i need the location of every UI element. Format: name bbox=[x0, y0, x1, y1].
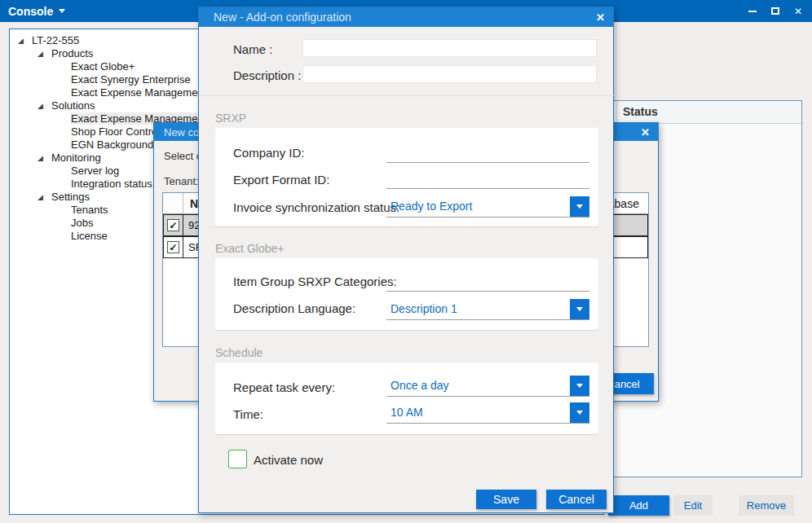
column-separator bbox=[616, 101, 617, 123]
item-group-input[interactable] bbox=[386, 272, 589, 292]
description-language-dropdown[interactable]: Description 1 bbox=[386, 299, 589, 320]
activate-now-label: Activate now bbox=[254, 453, 323, 467]
close-icon[interactable]: ✕ bbox=[588, 11, 613, 24]
section-divider bbox=[200, 95, 614, 96]
minimize-button[interactable] bbox=[744, 2, 761, 20]
repeat-task-value: Once a day bbox=[391, 379, 449, 392]
addon-dialog-title: New - Add-on configuration bbox=[214, 11, 351, 24]
name-label: Name : bbox=[233, 42, 272, 56]
description-language-value: Description 1 bbox=[391, 302, 457, 315]
chevron-down-icon bbox=[576, 307, 583, 311]
description-label: Description : bbox=[233, 68, 301, 82]
close-button[interactable]: ✕ bbox=[789, 2, 807, 20]
minimize-icon bbox=[748, 11, 757, 12]
name-input[interactable] bbox=[302, 39, 597, 57]
tenant-label: Tenant: bbox=[164, 175, 199, 187]
export-format-id-label: Export Format ID: bbox=[233, 173, 329, 187]
invoice-status-value: Ready to Export bbox=[391, 200, 472, 213]
window-title: Console bbox=[8, 5, 53, 18]
window-controls: ✕ bbox=[744, 2, 812, 20]
description-input[interactable] bbox=[302, 65, 597, 83]
chevron-down-icon bbox=[576, 411, 583, 415]
tree-expanded-icon[interactable]: ◢ bbox=[38, 99, 51, 112]
row-checkbox[interactable]: ✓ bbox=[167, 241, 179, 253]
chevron-down-icon bbox=[59, 9, 65, 13]
srxp-section-card: Company ID: Export Format ID: Invoice sy… bbox=[215, 128, 598, 226]
status-column-header[interactable]: Status bbox=[623, 105, 658, 118]
dropdown-button[interactable] bbox=[570, 376, 589, 396]
column-separator bbox=[183, 193, 183, 213]
item-group-label: Item Group SRXP Categories: bbox=[233, 275, 397, 288]
maximize-button[interactable] bbox=[766, 2, 784, 20]
row-checkbox[interactable]: ✓ bbox=[167, 219, 179, 231]
app-menu[interactable]: Console bbox=[0, 5, 65, 18]
maximize-icon bbox=[771, 7, 779, 15]
add-button[interactable]: Add bbox=[608, 495, 669, 516]
schedule-section-card: Repeat task every: Once a day Time: 10 A… bbox=[215, 363, 598, 434]
export-format-id-input[interactable] bbox=[386, 169, 589, 189]
tree-expanded-icon[interactable]: ◢ bbox=[38, 152, 51, 165]
globe-section-title: Exact Globe+ bbox=[215, 242, 284, 255]
company-id-input[interactable] bbox=[386, 143, 589, 163]
close-icon[interactable]: ✕ bbox=[633, 126, 658, 138]
description-language-label: Description Language: bbox=[233, 301, 355, 315]
globe-section-card: Item Group SRXP Categories: Description … bbox=[215, 258, 598, 330]
app-window: Console ✕ ◢LT-22-555 ◢Products Exact Glo… bbox=[0, 0, 812, 523]
chevron-down-icon bbox=[576, 204, 583, 209]
company-id-label: Company ID: bbox=[233, 146, 305, 160]
tree-expanded-icon[interactable]: ◢ bbox=[18, 34, 32, 47]
time-dropdown[interactable]: 10 AM bbox=[386, 402, 589, 424]
repeat-task-dropdown[interactable]: Once a day bbox=[386, 376, 589, 397]
save-button[interactable]: Save bbox=[476, 490, 536, 509]
addon-dialog: New - Add-on configuration ✕ Name : Desc… bbox=[198, 7, 614, 513]
chevron-down-icon bbox=[576, 384, 583, 388]
activate-now-checkbox[interactable] bbox=[228, 450, 247, 468]
invoice-status-label: Invoice synchronization status: bbox=[233, 200, 399, 214]
repeat-task-label: Repeat task every: bbox=[233, 380, 335, 394]
invoice-status-dropdown[interactable]: Ready to Export bbox=[386, 196, 589, 218]
cancel-button[interactable]: Cancel bbox=[546, 490, 607, 509]
dropdown-button[interactable] bbox=[570, 299, 589, 319]
tree-expanded-icon[interactable]: ◢ bbox=[38, 191, 51, 204]
dropdown-button[interactable] bbox=[570, 402, 589, 423]
time-label: Time: bbox=[233, 407, 263, 421]
dropdown-button[interactable] bbox=[570, 196, 589, 217]
remove-button[interactable]: Remove bbox=[739, 495, 794, 516]
column-separator bbox=[183, 237, 183, 257]
edit-button[interactable]: Edit bbox=[673, 495, 713, 516]
time-value: 10 AM bbox=[391, 406, 423, 419]
addon-dialog-titlebar[interactable]: New - Add-on configuration ✕ bbox=[199, 7, 613, 27]
schedule-section-title: Schedule bbox=[215, 346, 263, 359]
tree-expanded-icon[interactable]: ◢ bbox=[38, 47, 51, 60]
column-separator bbox=[183, 215, 183, 235]
srxp-section-title: SRXP bbox=[215, 112, 246, 125]
